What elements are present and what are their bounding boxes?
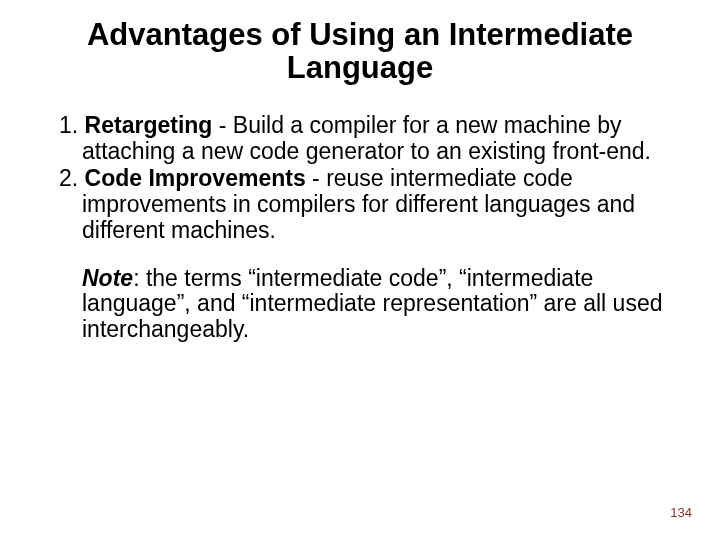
page-number: 134 [670, 505, 692, 520]
slide-title: Advantages of Using an Intermediate Lang… [0, 0, 720, 85]
item-number: 1. [59, 112, 85, 138]
item-number: 2. [59, 165, 85, 191]
slide-body: 1. Retargeting - Build a compiler for a … [0, 85, 720, 343]
note-rest: : the terms “intermediate code”, “interm… [82, 265, 662, 343]
list-item: 1. Retargeting - Build a compiler for a … [44, 113, 676, 165]
note-lead: Note [82, 265, 133, 291]
item-lead: Retargeting [85, 112, 213, 138]
slide: Advantages of Using an Intermediate Lang… [0, 0, 720, 540]
item-lead: Code Improvements [85, 165, 306, 191]
note-block: Note: the terms “intermediate code”, “in… [44, 266, 676, 343]
list-item: 2. Code Improvements - reuse intermediat… [44, 166, 676, 243]
